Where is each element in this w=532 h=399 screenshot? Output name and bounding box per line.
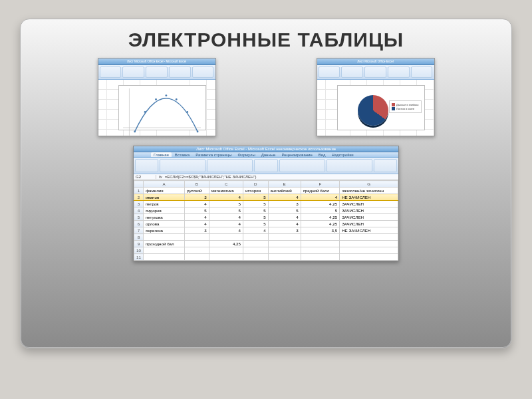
cell	[243, 234, 269, 241]
window-titlebar: Лист Microsoft Office Excel - Microsoft …	[98, 59, 215, 65]
thumbnail-line-chart: Лист Microsoft Office Excel - Microsoft …	[98, 58, 216, 136]
svg-point-6	[175, 98, 177, 100]
thumbnail-pie-chart: Лист Microsoft Office Excel Данные в яче…	[317, 58, 435, 136]
cell	[340, 254, 398, 261]
cell: 5	[243, 201, 269, 207]
cell: 5	[243, 221, 269, 227]
cell	[301, 241, 339, 247]
row-header: 8	[134, 234, 144, 241]
cell	[340, 247, 398, 254]
cell: 5	[209, 207, 243, 214]
cell: 4	[185, 201, 209, 207]
cell: 4	[243, 227, 269, 234]
cell: 5	[243, 207, 269, 214]
cell	[185, 254, 209, 261]
col-header: A	[144, 181, 185, 188]
ribbon-tab: Данные	[259, 152, 279, 158]
cell: орлова	[144, 221, 185, 227]
cell: проходной бал	[144, 241, 185, 247]
table-row: 2иванов34544НЕ ЗАЧИСЛЕН	[134, 194, 398, 201]
ribbon-tab: Главная	[151, 152, 172, 158]
cell	[144, 234, 185, 241]
ribbon-tabs: ГлавнаяВставкаРазметка страницыФормулыДа…	[134, 152, 398, 158]
cell	[268, 247, 301, 254]
col-header: C	[209, 181, 243, 188]
svg-point-3	[144, 111, 146, 113]
cell: 3	[268, 227, 301, 234]
row-header: 10	[134, 247, 144, 254]
header-cell: история	[243, 188, 269, 194]
svg-point-8	[196, 130, 198, 132]
cell: иванов	[144, 194, 185, 201]
cell	[268, 241, 301, 247]
cell	[209, 254, 243, 261]
row-header: 5	[134, 214, 144, 221]
row-header: 3	[134, 201, 144, 207]
thumbnail-table: Лист Microsoft Office Excel - Microsoft …	[133, 146, 399, 261]
cell: 5	[268, 207, 301, 214]
row-header: 11	[134, 254, 144, 261]
ribbon	[134, 158, 398, 174]
ribbon-tab: Надстройки	[329, 152, 356, 158]
ribbon-tab: Вид	[316, 152, 329, 158]
thumbs-row: Лист Microsoft Office Excel - Microsoft …	[21, 51, 511, 136]
cell: ЗАЧИСЛЕН	[340, 214, 398, 221]
worksheet-area: Данные в ячейках Листов в книге	[317, 80, 434, 136]
cell: 4	[268, 214, 301, 221]
svg-point-5	[165, 94, 167, 96]
cell: 5	[209, 201, 243, 207]
cell: 4	[209, 194, 243, 201]
cell: 4,25	[301, 214, 339, 221]
chart-area: Данные в ячейках Листов в книге	[337, 85, 425, 130]
cell: 5	[185, 207, 209, 214]
pie-legend: Данные в ячейках Листов в книге	[389, 100, 422, 113]
cell: 4	[209, 214, 243, 221]
legend-item: Листов в книге	[396, 107, 414, 110]
cell	[268, 234, 301, 241]
worksheet-area	[98, 80, 215, 136]
ribbon	[98, 65, 215, 80]
cell	[185, 241, 209, 247]
fx-icon: fx	[156, 175, 162, 179]
table-row: 11	[134, 254, 398, 261]
chart-area	[118, 85, 206, 130]
row-header: 2	[134, 194, 144, 201]
row-header: 6	[134, 221, 144, 227]
cell: 4,25	[209, 241, 243, 247]
header-cell: средний балл	[301, 188, 339, 194]
col-header: D	[243, 181, 269, 188]
cell: петров	[144, 201, 185, 207]
header-cell: зачислен/не зачислен	[340, 188, 398, 194]
cell	[209, 247, 243, 254]
cell: 5	[243, 194, 269, 201]
col-header: B	[185, 181, 209, 188]
col-header: G	[340, 181, 398, 188]
cell	[209, 234, 243, 241]
cell	[185, 247, 209, 254]
cell: ЗАЧИСЛЕН	[340, 207, 398, 214]
table-row: 10	[134, 247, 398, 254]
cell: серегина	[144, 227, 185, 234]
table-row: 4сидоров55555ЗАЧИСЛЕН	[134, 207, 398, 214]
cell	[243, 254, 269, 261]
cell: НЕ ЗАЧИСЛЕН	[340, 227, 398, 234]
legend-item: Данные в ячейках	[396, 103, 419, 106]
cell	[340, 234, 398, 241]
ribbon-tab: Формулы	[235, 152, 258, 158]
cell	[185, 234, 209, 241]
cell: сидоров	[144, 207, 185, 214]
cell: 4	[209, 221, 243, 227]
header-cell: английский	[268, 188, 301, 194]
window-titlebar: Лист Microsoft Office Excel - Microsoft …	[134, 146, 398, 152]
col-header: F	[301, 181, 339, 188]
ribbon-tab: Разметка страницы	[193, 152, 234, 158]
row-header: 9	[134, 241, 144, 247]
cell	[340, 241, 398, 247]
table-row: 3петров45534,25ЗАЧИСЛЕН	[134, 201, 398, 207]
ribbon-tab: Рецензирование	[279, 152, 315, 158]
cell: 4	[185, 221, 209, 227]
cell	[144, 247, 185, 254]
svg-point-4	[155, 98, 157, 100]
col-header: E	[268, 181, 301, 188]
table-row: 6орлова44544,25ЗАЧИСЛЕН	[134, 221, 398, 227]
